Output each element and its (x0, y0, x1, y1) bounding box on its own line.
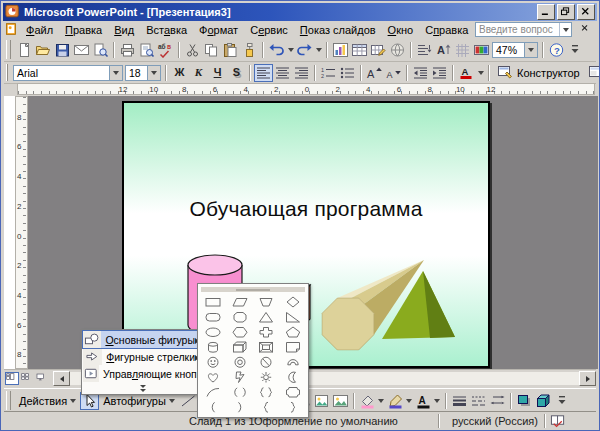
palette-shape-rectangle[interactable] (200, 294, 227, 309)
slideshow-view-button[interactable] (35, 372, 49, 385)
toolbar-grip[interactable] (6, 391, 11, 409)
line-color-icon[interactable] (386, 392, 405, 410)
chart-icon[interactable] (331, 41, 350, 59)
print-icon[interactable] (118, 41, 137, 59)
palette-drag-handle[interactable] (201, 287, 305, 292)
tables-borders-icon[interactable] (369, 41, 388, 59)
palette-shape-heart[interactable] (200, 369, 227, 384)
dropdown-icon[interactable] (405, 392, 414, 410)
shadow-icon[interactable]: S (227, 64, 246, 82)
palette-shape-cube[interactable] (227, 339, 254, 354)
options-icon[interactable] (553, 392, 572, 410)
arrow-style-icon[interactable] (488, 392, 507, 410)
palette-shape-block-arc[interactable] (280, 354, 307, 369)
palette-shape-left-bracket[interactable] (200, 399, 227, 414)
ask-dropdown-icon[interactable] (559, 23, 571, 36)
autoshapes-menu-item-1[interactable]: Основные фигуры (83, 331, 202, 348)
palette-shape-smiley-face[interactable] (200, 354, 227, 369)
toolbar-grip[interactable] (6, 64, 8, 81)
fill-color-icon[interactable] (358, 392, 377, 410)
palette-shape-no-symbol[interactable] (253, 354, 280, 369)
normal-view-button[interactable] (5, 372, 19, 385)
menubar-item-4[interactable]: Вставка (140, 23, 193, 37)
document-icon[interactable] (4, 22, 18, 38)
dash-style-icon[interactable] (469, 392, 488, 410)
autoshapes-menu-item-3[interactable]: Управляющие кнопки (83, 365, 202, 382)
open-icon[interactable] (34, 41, 53, 59)
font-name-combo[interactable]: Arial (13, 65, 123, 81)
show-formatting-icon[interactable]: А (434, 41, 453, 59)
clipart-icon[interactable] (312, 392, 331, 410)
underline-icon[interactable]: Ч (208, 64, 227, 82)
dropdown-icon[interactable] (314, 41, 323, 59)
bullets-icon[interactable] (338, 64, 357, 82)
palette-shape-oval[interactable] (200, 324, 227, 339)
color-grayscale-icon[interactable] (472, 41, 491, 59)
font-size-combo-dropdown-icon[interactable] (147, 66, 160, 80)
align-right-icon[interactable] (292, 64, 311, 82)
menubar-item-7[interactable]: Показ слайдов (294, 23, 382, 37)
palette-shape-bevel[interactable] (253, 339, 280, 354)
menubar-item-1[interactable]: Файл (20, 23, 59, 37)
insert-table-icon[interactable] (350, 41, 369, 59)
autoshapes-menu-item-2[interactable]: Фигурные стрелки (83, 348, 202, 365)
palette-shape-lightning-bolt[interactable] (227, 369, 254, 384)
dropdown-icon[interactable] (433, 392, 442, 410)
copy-icon[interactable] (202, 41, 221, 59)
undo-icon[interactable] (267, 41, 286, 59)
expand-all-icon[interactable] (415, 41, 434, 59)
dropdown-icon[interactable] (476, 64, 485, 82)
italic-icon[interactable]: К (189, 64, 208, 82)
dropdown-icon[interactable] (286, 41, 295, 59)
palette-shape-double-brace[interactable] (253, 384, 280, 399)
cut-icon[interactable] (183, 41, 202, 59)
palette-shape-trapezoid[interactable] (253, 294, 280, 309)
restore-button[interactable] (557, 4, 575, 20)
menubar-item-2[interactable]: Правка (59, 23, 108, 37)
palette-shape-moon[interactable] (280, 369, 307, 384)
language-status[interactable]: русский (Россия) (452, 415, 538, 427)
new-slide-button[interactable]: Создать слайд (584, 64, 600, 82)
ask-question-input[interactable]: Введите вопрос (475, 22, 572, 37)
palette-shape-hexagon[interactable] (227, 324, 254, 339)
palette-shape-rounded-rectangle[interactable] (200, 309, 227, 324)
slide-title[interactable]: Обучающая программа (124, 197, 488, 221)
menubar-close-icon[interactable] (580, 23, 592, 37)
format-painter-icon[interactable] (240, 41, 259, 59)
palette-shape-cross[interactable] (253, 324, 280, 339)
font-down-icon[interactable]: А (384, 64, 403, 82)
palette-shape-right-brace[interactable] (280, 399, 307, 414)
menubar-item-6[interactable]: Сервис (244, 23, 294, 37)
slide-design-button[interactable]: Конструктор (493, 64, 584, 82)
spelling-status-icon[interactable] (550, 413, 566, 430)
search-icon[interactable] (91, 41, 110, 59)
print-preview-icon[interactable] (137, 41, 156, 59)
menubar-item-9[interactable]: Справка (419, 23, 474, 37)
menubar-item-3[interactable]: Вид (108, 23, 140, 37)
font-name-combo-dropdown-icon[interactable] (109, 66, 122, 80)
menubar-item-8[interactable]: Окно (382, 23, 420, 37)
zoom-combo[interactable]: 47% (492, 42, 538, 58)
palette-shape-parallelogram[interactable] (227, 294, 254, 309)
menu-expand-chevron-icon[interactable] (83, 382, 202, 393)
draw-menu-button[interactable]: Действия (15, 392, 80, 410)
palette-shape-right-triangle[interactable] (280, 309, 307, 324)
scroll-left-button[interactable] (53, 371, 70, 386)
palette-shape-plaque[interactable] (280, 384, 307, 399)
font-up-icon[interactable]: А (365, 64, 384, 82)
palette-shape-regular-pentagon[interactable] (280, 324, 307, 339)
palette-shape-double-bracket[interactable] (227, 384, 254, 399)
indent-dec-icon[interactable] (411, 64, 430, 82)
palette-shape-folded-corner[interactable] (280, 339, 307, 354)
mail-icon[interactable] (72, 41, 91, 59)
line-style-icon[interactable] (450, 392, 469, 410)
palette-shape-arc[interactable] (200, 384, 227, 399)
zoom-combo-dropdown-icon[interactable] (524, 43, 537, 57)
help-icon[interactable]: ? (547, 41, 566, 59)
align-center-icon[interactable] (273, 64, 292, 82)
insert-excel-icon[interactable] (388, 41, 407, 59)
palette-shape-donut[interactable] (227, 354, 254, 369)
spelling-icon[interactable]: абв (156, 41, 175, 59)
grid-icon[interactable] (453, 41, 472, 59)
options-icon[interactable] (566, 41, 585, 59)
